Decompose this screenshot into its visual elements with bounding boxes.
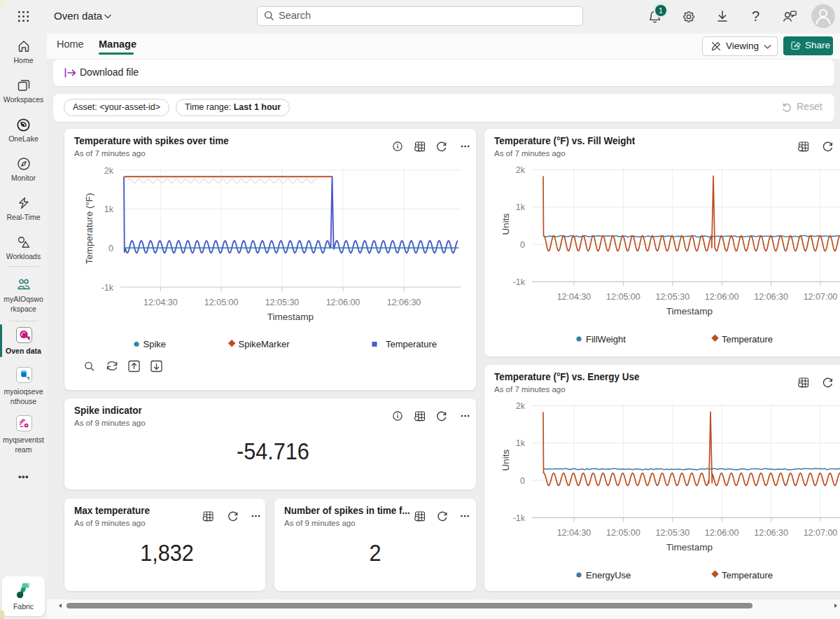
- svg-text:Spike: Spike: [144, 339, 167, 349]
- svg-text:Temperature: Temperature: [722, 334, 773, 345]
- svg-text:Units: Units: [500, 449, 511, 471]
- svg-text:2k: 2k: [516, 401, 526, 411]
- svg-text:Temperature (°F): Temperature (°F): [84, 193, 94, 264]
- svg-text:12:04:30: 12:04:30: [557, 292, 592, 302]
- svg-text:2k: 2k: [104, 166, 114, 176]
- svg-text:EnergyUse: EnergyUse: [586, 570, 631, 580]
- svg-text:12:05:00: 12:05:00: [204, 298, 239, 307]
- svg-text:1k: 1k: [104, 204, 114, 214]
- svg-text:12:04:30: 12:04:30: [557, 528, 592, 538]
- svg-text:1k: 1k: [516, 202, 526, 212]
- svg-text:12:06:30: 12:06:30: [754, 292, 788, 302]
- svg-text:Temperature: Temperature: [386, 339, 437, 349]
- svg-text:Timestamp: Timestamp: [666, 542, 713, 552]
- svg-text:12:05:00: 12:05:00: [606, 528, 640, 538]
- svg-text:12:05:30: 12:05:30: [655, 528, 690, 538]
- svg-text:Timestamp: Timestamp: [267, 312, 314, 322]
- svg-text:0: 0: [520, 476, 525, 486]
- svg-text:12:06:30: 12:06:30: [387, 298, 421, 307]
- svg-text:-1k: -1k: [513, 513, 526, 523]
- svg-text:12:05:30: 12:05:30: [265, 298, 300, 307]
- svg-text:1k: 1k: [516, 438, 526, 448]
- svg-text:0: 0: [520, 240, 525, 250]
- svg-text:12:06:00: 12:06:00: [705, 528, 739, 538]
- svg-text:12:06:00: 12:06:00: [705, 292, 739, 302]
- svg-text:-1k: -1k: [513, 277, 526, 287]
- svg-text:Units: Units: [500, 213, 511, 235]
- svg-text:2k: 2k: [516, 165, 526, 175]
- svg-text:12:05:00: 12:05:00: [606, 292, 640, 302]
- svg-text:12:05:30: 12:05:30: [655, 292, 690, 302]
- svg-text:12:06:00: 12:06:00: [326, 298, 360, 307]
- svg-text:12:06:30: 12:06:30: [754, 528, 788, 538]
- svg-text:FillWeight: FillWeight: [586, 334, 626, 345]
- svg-text:SpikeMarker: SpikeMarker: [239, 339, 290, 349]
- svg-text:-1k: -1k: [102, 283, 114, 293]
- svg-text:12:07:00: 12:07:00: [804, 528, 838, 538]
- svg-text:0: 0: [108, 244, 113, 253]
- svg-text:12:07:00: 12:07:00: [804, 292, 838, 302]
- svg-text:Timestamp: Timestamp: [666, 306, 713, 317]
- svg-text:12:04:30: 12:04:30: [144, 298, 178, 307]
- svg-text:Temperature: Temperature: [722, 570, 773, 580]
